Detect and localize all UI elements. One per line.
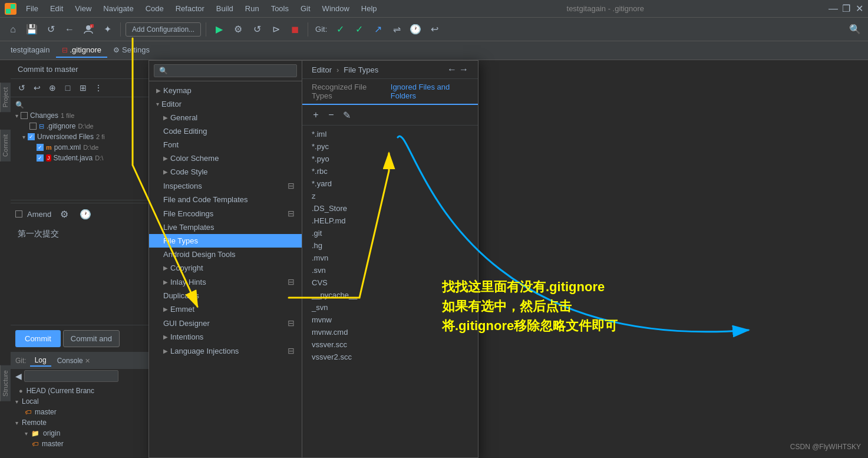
settings-file-encodings[interactable]: File Encodings ⊟ [149,206,302,220]
settings-emmet[interactable]: ▶ Emmet [149,302,302,316]
ft-item-5[interactable]: z [302,190,478,202]
menu-build[interactable]: Build [212,3,238,14]
settings-inlay-hints[interactable]: ▶ Inlay Hints ⊟ [149,275,302,289]
star-button[interactable]: ✦ [99,21,115,38]
panel-undo-btn[interactable]: ↩ [31,81,44,94]
tab-ignored-files-folders[interactable]: Ignored Files and Folders [391,79,468,105]
settings-intentions[interactable]: ▶ Intentions [149,330,302,344]
settings-code-editing[interactable]: Code Editing [149,124,302,138]
ft-item-13[interactable]: __pycache__ [302,289,478,301]
menu-tools[interactable]: Tools [266,3,293,14]
ft-item-16[interactable]: mvnw.cmd [302,326,478,338]
origin-group[interactable]: ▾ 📁 origin [15,428,153,439]
menu-refactor[interactable]: Refactor [171,3,209,14]
tab-recognized-file-types[interactable]: Recognized File Types [312,79,381,105]
unversioned-group[interactable]: ▾ ✓ Unversioned Files 2 fi [11,131,157,142]
user-button[interactable]: ! [80,21,97,38]
settings-inspections[interactable]: Inspections ⊟ [149,179,302,193]
menu-window[interactable]: Window [318,3,354,14]
git-fetch-button[interactable]: ⇌ [388,21,405,38]
pom-checkbox[interactable]: ✓ [37,144,44,151]
git-undo-button[interactable]: ↩ [426,21,443,38]
commit-push-button[interactable]: Commit and [63,330,120,347]
menu-file[interactable]: File [21,3,43,14]
settings-search-input[interactable] [154,64,297,77]
ft-item-8[interactable]: .git [302,227,478,239]
master-branch[interactable]: 🏷 master [15,407,153,417]
panel-expand-btn[interactable]: ⊞ [77,81,90,94]
gitignore-checkbox[interactable] [29,123,37,130]
settings-gui-designer[interactable]: GUI Designer ⊟ [149,316,302,330]
step-button[interactable]: ⊳ [268,21,284,38]
origin-master-branch[interactable]: 🏷 master [15,439,153,449]
breadcrumb-fwd-btn[interactable]: → [459,64,468,75]
ft-item-7[interactable]: .HELP.md [302,215,478,227]
menu-help[interactable]: Help [357,3,382,14]
ft-item-18[interactable]: vssver2.scc [302,351,478,363]
settings-duplicates[interactable]: Duplicates [149,289,302,302]
remote-group[interactable]: ▾ Remote [15,417,153,428]
search-button[interactable]: 🔍 [847,21,863,38]
git-check2-button[interactable]: ✓ [351,21,367,38]
ft-item-14[interactable]: _svn [302,301,478,314]
pom-file[interactable]: ✓ m pom.xml D:\de [11,142,157,153]
settings-editor-header[interactable]: ▾ Editor [149,97,302,111]
tab-gitignore[interactable]: ⊟ .gitignore [56,43,107,58]
breadcrumb-back-btn[interactable]: ← [447,64,457,75]
ft-item-15[interactable]: mvnw [302,314,478,326]
gitignore-file[interactable]: ⊟ .gitignore D:\de [11,121,157,131]
sync-button[interactable]: ↺ [42,21,59,38]
ft-add-btn[interactable]: + [309,108,322,121]
ft-remove-btn[interactable]: − [325,108,338,121]
settings-file-types[interactable]: File Types [149,234,302,248]
amend-settings-btn[interactable]: ⚙ [56,206,72,222]
git-nav-left[interactable]: ◀ [15,371,22,381]
close-button[interactable]: ✕ [855,5,863,13]
revert-button[interactable]: ↺ [249,21,265,38]
settings-button[interactable]: ⚙ [230,21,246,38]
save-button[interactable]: 💾 [24,21,40,38]
ft-item-1[interactable]: *.pyc [302,140,478,153]
settings-copyright[interactable]: ▶ Copyright [149,261,302,275]
git-search-input[interactable] [24,370,118,382]
git-history-button[interactable]: 🕐 [407,21,424,38]
panel-more-btn[interactable]: ⋮ [92,81,105,94]
commit-message-input[interactable]: 第一次提交 [15,227,153,241]
tab-settings[interactable]: ⚙ Settings [107,43,156,58]
student-file[interactable]: ✓ J Student.java D:\ [11,153,157,163]
menu-edit[interactable]: Edit [45,3,68,14]
amend-clock-btn[interactable]: 🕐 [77,206,94,222]
settings-file-code-templates[interactable]: File and Code Templates [149,193,302,206]
changes-checkbox[interactable] [21,112,28,119]
unversioned-checkbox[interactable]: ✓ [28,133,35,140]
amend-checkbox[interactable] [15,210,22,218]
settings-color-scheme[interactable]: ▶ Color Scheme [149,151,302,165]
ft-item-3[interactable]: *.rbc [302,165,478,177]
tab-testgitagain[interactable]: testgitagain [5,43,56,58]
git-push-button[interactable]: ↗ [369,21,386,38]
head-branch[interactable]: ● HEAD (Current Branc [15,385,153,396]
local-group[interactable]: ▾ Local [15,396,153,407]
settings-live-templates[interactable]: Live Templates [149,220,302,234]
stop-button[interactable]: ◼ [286,21,303,38]
ft-item-0[interactable]: *.iml [302,128,478,140]
git-tab-log[interactable]: Log [30,355,51,367]
ft-item-12[interactable]: CVS [302,276,478,289]
settings-code-style[interactable]: ▶ Code Style [149,165,302,179]
commit-button[interactable]: Commit [15,330,61,347]
menu-code[interactable]: Code [141,3,169,14]
minimize-button[interactable]: — [829,5,837,13]
run-button[interactable]: ▶ [211,21,227,38]
settings-keymap[interactable]: ▶ Keymap [149,84,302,97]
tree-search[interactable]: 🔍 [11,100,157,110]
back-button[interactable]: ← [61,21,78,38]
menu-git[interactable]: Git [296,3,315,14]
settings-font[interactable]: Font [149,138,302,151]
ft-item-6[interactable]: .DS_Store [302,202,478,215]
home-button[interactable]: ⌂ [5,21,21,38]
settings-language-injections[interactable]: ▶ Language Injections ⊟ [149,344,302,358]
settings-android-design-tools[interactable]: Android Design Tools [149,248,302,261]
console-close-icon[interactable]: ✕ [85,357,90,364]
ft-item-9[interactable]: .hg [302,239,478,252]
settings-general[interactable]: ▶ General [149,111,302,124]
